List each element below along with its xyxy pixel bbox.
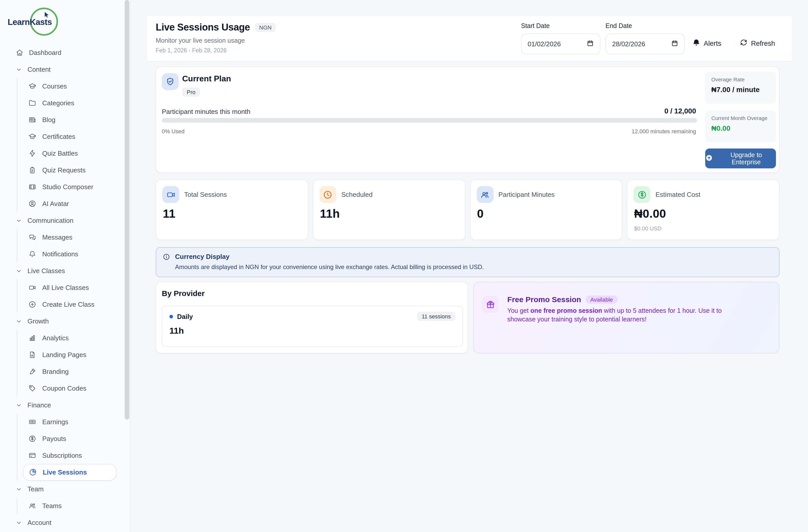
video-iconbox <box>162 186 179 203</box>
users-icon <box>480 190 490 199</box>
stat-label: Estimated Cost <box>656 191 700 198</box>
sidebar-item-account[interactable]: Account <box>0 514 130 531</box>
sidebar-item-label: Content <box>27 65 51 73</box>
sidebar-item-branding[interactable]: Branding <box>17 363 130 380</box>
sidebar-item-growth[interactable]: Growth <box>0 313 130 329</box>
page-header: Live Sessions Usage NGN Monitor your liv… <box>147 16 792 61</box>
date-range-text: Feb 1, 2026 - Feb 28, 2026 <box>156 47 227 53</box>
start-date-label: Start Date <box>521 22 550 30</box>
sidebar-item-label: Categories <box>42 99 74 107</box>
banner-title: Currency Display <box>175 253 229 261</box>
grad-cap-icon <box>29 133 36 140</box>
sidebar-item-label: Live Sessions <box>43 469 87 476</box>
title-row: Live Sessions Usage NGN <box>156 22 276 33</box>
by-provider-title: By Provider <box>162 289 204 298</box>
logo-text: LearnKasts <box>7 17 52 27</box>
upgrade-enterprise-button[interactable]: Upgrade to Enterprise <box>705 149 776 168</box>
sidebar-item-label: Dashboard <box>29 49 61 56</box>
alerts-button[interactable]: Alerts <box>693 39 721 48</box>
users-iconbox <box>477 186 493 203</box>
bar-chart-icon <box>29 334 36 342</box>
sidebar-item-dashboard[interactable]: Dashboard <box>0 44 130 61</box>
tag-icon <box>29 384 36 392</box>
usage-progress-bar <box>162 118 697 122</box>
month-overage-box: Current Month Overage ₦0.00 <box>705 110 776 142</box>
provider-name: Daily <box>177 312 193 320</box>
start-date-input[interactable]: 01/02/2026 <box>521 34 601 54</box>
provider-hours: 11h <box>169 326 455 336</box>
sidebar-item-label: Blog <box>42 116 55 124</box>
clock-icon <box>323 190 332 199</box>
sidebar-item-blog[interactable]: Blog <box>17 111 130 128</box>
sidebar-item-earnings[interactable]: Earnings <box>17 414 130 430</box>
end-date-value: 28/02/2026 <box>612 40 645 48</box>
sidebar-item-studio-composer[interactable]: Studio Composer <box>17 178 130 195</box>
page-title: Live Sessions Usage <box>156 22 250 33</box>
sidebar-nav: DashboardContentCoursesCategoriesBlogCer… <box>0 44 130 531</box>
sessions-count-badge: 11 sessions <box>417 312 455 321</box>
sidebar-item-analytics[interactable]: Analytics <box>17 329 130 346</box>
sidebar-item-live-classes[interactable]: Live Classes <box>0 263 130 279</box>
zap-icon <box>29 150 36 157</box>
usage-label: Participant minutes this month <box>162 108 250 115</box>
arrow-up-circle-icon <box>705 154 713 163</box>
sidebar-item-teams[interactable]: Teams <box>17 497 130 514</box>
currency-badge: NGN <box>255 23 276 32</box>
sidebar-item-label: AI Avatar <box>42 200 69 208</box>
calendar-icon[interactable] <box>671 40 678 48</box>
sidebar-item-ai-avatar[interactable]: AI Avatar <box>17 195 130 212</box>
stat-value: ₦0.00 <box>634 207 666 221</box>
sidebar-item-finance[interactable]: Finance <box>0 397 130 414</box>
sidebar-item-live-sessions[interactable]: Live Sessions <box>23 464 116 481</box>
sidebar-group: Teams <box>17 497 130 514</box>
sidebar-item-team[interactable]: Team <box>0 481 130 497</box>
end-date-input[interactable]: 28/02/2026 <box>606 34 685 54</box>
home-icon <box>16 49 23 56</box>
sidebar-item-coupon-codes[interactable]: Coupon Codes <box>17 380 130 397</box>
sidebar-item-label: Earnings <box>42 418 69 426</box>
sidebar-item-certificates[interactable]: Certificates <box>17 128 130 145</box>
stat-sub-value: $0.00 USD <box>634 225 662 231</box>
sidebar-item-categories[interactable]: Categories <box>17 95 130 111</box>
usage-value: 0 / 12,000 <box>664 107 696 115</box>
sidebar-item-label: Create Live Class <box>42 301 94 308</box>
clipboard-icon <box>29 166 36 174</box>
sidebar-item-landing-pages[interactable]: Landing Pages <box>17 346 130 363</box>
sidebar-item-create-live-class[interactable]: Create Live Class <box>17 296 130 313</box>
banknote-icon <box>29 418 36 426</box>
plan-tier-badge: Pro <box>182 88 200 97</box>
sidebar-item-content[interactable]: Content <box>0 61 130 78</box>
sidebar-group: CoursesCategoriesBlogCertificatesQuiz Ba… <box>17 78 130 212</box>
sidebar-item-quiz-battles[interactable]: Quiz Battles <box>17 145 130 162</box>
chevron-down-icon <box>16 519 22 526</box>
sidebar-item-payouts[interactable]: Payouts <box>17 430 130 447</box>
sidebar-item-courses[interactable]: Courses <box>17 78 130 95</box>
sidebar-item-label: Quiz Requests <box>42 166 86 174</box>
minutes-remaining: 12,000 minutes remaining <box>632 128 696 134</box>
currency-display-banner: Currency Display Amounts are displayed i… <box>156 247 779 277</box>
sidebar-item-subscriptions[interactable]: Subscriptions <box>17 447 130 464</box>
sidebar-scrollbar[interactable] <box>125 0 129 420</box>
stat-card-scheduled: Scheduled11h <box>313 179 465 240</box>
sidebar-item-communication[interactable]: Communication <box>0 212 130 229</box>
sidebar-item-notifications[interactable]: Notifications <box>17 246 130 263</box>
sidebar-item-messages[interactable]: Messages <box>17 229 130 246</box>
sidebar-item-all-live-classes[interactable]: All Live Classes <box>17 279 130 296</box>
sidebar-item-quiz-requests[interactable]: Quiz Requests <box>17 162 130 178</box>
start-date-value: 01/02/2026 <box>528 40 561 48</box>
refresh-button[interactable]: Refresh <box>740 39 775 48</box>
sidebar-item-label: Studio Composer <box>42 183 93 191</box>
stat-value: 11h <box>320 207 340 221</box>
clock-iconbox <box>319 186 336 203</box>
chevron-down-icon <box>16 66 22 73</box>
stat-card-participant-minutes: Participant Minutes0 <box>470 179 623 240</box>
gift-icon <box>482 296 499 313</box>
grad-cap-icon <box>29 82 36 90</box>
sidebar-item-label: Finance <box>27 401 51 409</box>
promo-body: You get one free promo session with up t… <box>507 307 750 324</box>
user-circle-icon <box>29 200 36 208</box>
sidebar-item-label: Courses <box>42 82 67 90</box>
plan-title: Current Plan <box>182 74 231 83</box>
calendar-icon[interactable] <box>587 40 594 48</box>
stat-card-total-sessions: Total Sessions11 <box>156 179 308 240</box>
